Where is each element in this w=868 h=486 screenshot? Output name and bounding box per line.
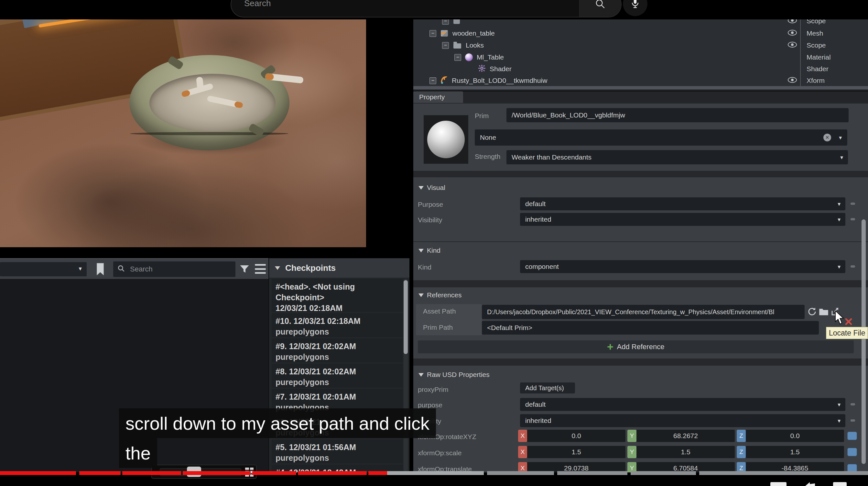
collapse-triangle-icon xyxy=(418,373,424,377)
caption-line: scroll down to my asset path and click xyxy=(119,408,436,438)
video-progress-buffered[interactable] xyxy=(387,471,484,475)
rotate-z-field[interactable]: 0.0 xyxy=(746,430,844,442)
video-progress-remaining[interactable] xyxy=(699,471,868,475)
section-title: Visual xyxy=(427,184,445,191)
prim-type: Shader xyxy=(807,65,829,73)
collapse-toggle-icon[interactable] xyxy=(442,42,449,49)
microphone-icon xyxy=(629,0,641,10)
per-component-toggle[interactable] xyxy=(847,448,857,456)
folder-icon xyxy=(454,43,461,49)
section-title: Raw USD Properties xyxy=(427,371,490,378)
prim-type: Scope xyxy=(807,20,826,25)
collapse-toggle-icon[interactable] xyxy=(430,30,436,37)
browse-folder-icon[interactable] xyxy=(819,307,829,317)
eye-icon[interactable] xyxy=(788,20,797,23)
scale-x-field[interactable]: 1.5 xyxy=(527,446,625,458)
search-input[interactable] xyxy=(129,265,215,274)
scale-y-field[interactable]: 1.5 xyxy=(637,446,735,458)
checkpoint-item[interactable]: #10. 12/03/21 02:18AM purepolygons xyxy=(272,313,403,337)
video-progress-remaining[interactable] xyxy=(631,471,696,475)
eye-icon[interactable] xyxy=(788,30,797,36)
add-reference-button[interactable]: Add Reference xyxy=(418,340,854,353)
video-progress-segment[interactable] xyxy=(122,471,181,475)
kind-section-header[interactable]: Kind xyxy=(418,247,440,254)
kind-dropdown[interactable]: component xyxy=(520,260,845,273)
checkpoint-item[interactable]: #5. 12/03/21 01:56AM purepolygons xyxy=(272,439,403,463)
reference-prim-path-field[interactable]: <Default Prim> xyxy=(482,321,819,335)
per-component-toggle[interactable] xyxy=(847,432,857,440)
visual-section-header[interactable]: Visual xyxy=(418,184,445,191)
property-scrollbar[interactable] xyxy=(862,219,866,464)
prim-type: Scope xyxy=(807,41,826,49)
layer-combo[interactable] xyxy=(0,262,87,276)
strength-dropdown[interactable]: Weaker than Descendants xyxy=(506,150,848,164)
add-targets-button[interactable]: Add Target(s) xyxy=(520,383,575,393)
video-progress-segment[interactable] xyxy=(252,471,296,475)
raw-usd-section: Raw USD Properties proxyPrim Add Target(… xyxy=(413,366,868,473)
raw-usd-section-header[interactable]: Raw USD Properties xyxy=(418,371,490,378)
youtube-mic-button[interactable] xyxy=(623,0,647,16)
video-progress-segment[interactable] xyxy=(298,471,367,475)
prim-name: wooden_table xyxy=(453,29,495,37)
stage-tree-panel: Scope wooden_table Mesh Looks Scope Ml_T… xyxy=(413,20,868,91)
collapse-triangle-icon xyxy=(275,266,280,270)
raw-purpose-dropdown[interactable]: default xyxy=(520,398,845,411)
prim-path-field[interactable]: /World/Blue_Book_LOD0__vgbldfmjw xyxy=(506,108,848,122)
prim-path-value: /World/Blue_Book_LOD0__vgbldfmjw xyxy=(512,111,625,119)
checkpoint-search-field[interactable] xyxy=(113,262,236,277)
tree-scrollbar[interactable] xyxy=(413,86,868,89)
visual-section: Visual Purpose default Visibility inheri… xyxy=(413,177,868,241)
mouse-cursor xyxy=(834,311,845,326)
menu-icon[interactable] xyxy=(255,264,266,274)
bottom-left-toolbar xyxy=(0,258,269,279)
rotate-x-field[interactable]: 0.0 xyxy=(527,430,625,442)
clear-icon[interactable] xyxy=(824,134,831,142)
shader-gear-icon xyxy=(478,64,486,74)
checkpoint-item[interactable]: #8. 12/03/21 02:02AM purepolygons xyxy=(272,364,403,388)
checkpoint-item[interactable]: #<head>. <Not using Checkpoint> 12/03/21… xyxy=(272,279,403,312)
references-section-header[interactable]: References xyxy=(418,291,462,299)
video-progress-segment[interactable] xyxy=(0,471,76,475)
filter-icon[interactable] xyxy=(239,263,250,276)
default-indicator xyxy=(850,419,855,422)
remove-reference-icon[interactable] xyxy=(845,318,852,327)
prim-name: Shader xyxy=(490,65,512,73)
bookmark-icon[interactable] xyxy=(95,262,105,278)
caption-line: the xyxy=(119,438,157,468)
plus-icon xyxy=(607,344,613,350)
collapse-toggle-icon[interactable] xyxy=(442,20,449,25)
ashtray-well xyxy=(149,74,276,132)
video-progress-remaining[interactable] xyxy=(557,471,627,475)
ashtray-groove xyxy=(130,132,288,135)
viewport-render[interactable] xyxy=(0,20,366,247)
app-window: Scope wooden_table Mesh Looks Scope Ml_T… xyxy=(0,0,868,486)
youtube-search-button[interactable] xyxy=(579,0,621,17)
video-progress-segment[interactable] xyxy=(79,471,121,475)
collapse-toggle-icon[interactable] xyxy=(430,77,436,84)
eye-icon[interactable] xyxy=(788,42,797,48)
collapse-toggle-icon[interactable] xyxy=(454,54,461,61)
reference-prim-path-value: <Default Prim> xyxy=(487,324,532,332)
checkpoints-scrollbar-thumb[interactable] xyxy=(404,280,408,354)
purpose-dropdown[interactable]: default xyxy=(520,198,845,210)
chevron-down-icon[interactable]: ▼ xyxy=(838,135,843,141)
tab-property[interactable]: Property xyxy=(413,91,463,103)
rotate-y-field[interactable]: 68.2672 xyxy=(637,430,735,442)
raw-visibility-dropdown[interactable]: inherited xyxy=(520,414,845,427)
default-indicator xyxy=(850,203,855,205)
material-combo[interactable]: None ▼ xyxy=(475,129,847,146)
checkpoint-item[interactable]: #9. 12/03/21 02:02AM purepolygons xyxy=(272,338,403,362)
axis-z-chip: Z xyxy=(737,430,746,442)
youtube-search-input[interactable] xyxy=(244,0,536,9)
scale-z-field[interactable]: 1.5 xyxy=(746,446,844,458)
eye-icon[interactable] xyxy=(788,77,797,83)
video-progress-segment[interactable] xyxy=(183,471,251,475)
material-assignment-section: Prim /World/Blue_Book_LOD0__vgbldfmjw No… xyxy=(413,103,868,171)
video-progress-remaining[interactable] xyxy=(487,471,554,475)
checkpoints-header[interactable]: Checkpoints xyxy=(269,258,409,278)
asset-path-field[interactable]: D:/Users/jacob/Dropbox/Public/2021_VIEW_… xyxy=(482,305,805,319)
prim-type: Mesh xyxy=(807,29,823,37)
video-progress-playhead-segment[interactable] xyxy=(368,471,387,475)
visibility-dropdown[interactable]: inherited xyxy=(520,213,845,226)
refresh-icon[interactable] xyxy=(807,307,817,318)
